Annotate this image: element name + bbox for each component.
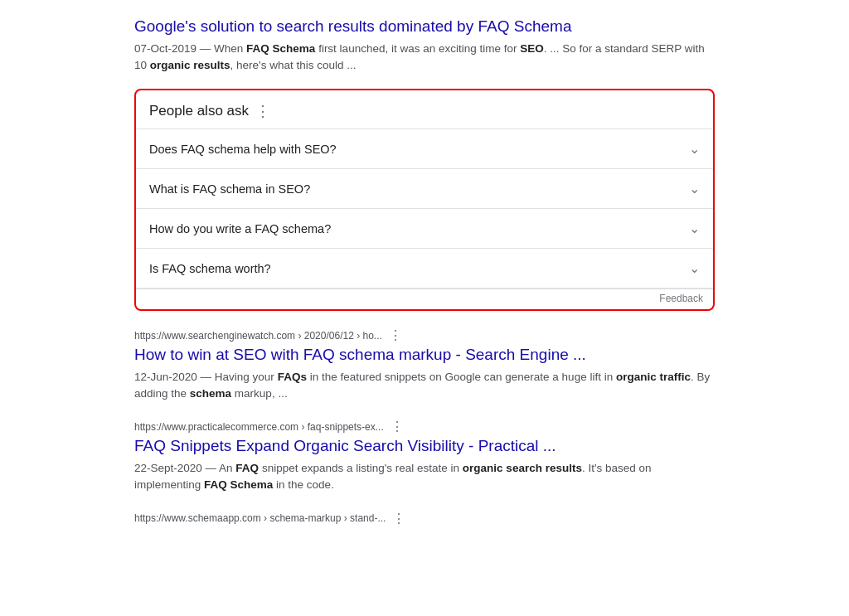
result-3-url: https://www.schemaapp.com › schema-marku… bbox=[134, 512, 386, 524]
top-result-snippet: 07-Oct-2019 — When FAQ Schema first laun… bbox=[134, 41, 715, 75]
result-1-date: 12-Jun-2020 bbox=[134, 371, 197, 383]
paa-chevron-2: ⌄ bbox=[689, 181, 700, 196]
people-also-ask-box: People also ask ⋮ Does FAQ schema help w… bbox=[134, 89, 715, 311]
top-result-title[interactable]: Google's solution to search results domi… bbox=[134, 17, 715, 37]
paa-question-item-4[interactable]: Is FAQ schema worth? ⌄ bbox=[136, 249, 713, 289]
paa-question-text-2: What is FAQ schema in SEO? bbox=[149, 182, 310, 196]
paa-menu-icon[interactable]: ⋮ bbox=[255, 102, 271, 120]
result-2-snippet: 22-Sept-2020 — An FAQ snippet expands a … bbox=[134, 460, 715, 494]
result-1-snippet: 12-Jun-2020 — Having your FAQs in the fe… bbox=[134, 369, 715, 403]
result-3-menu-icon[interactable]: ⋮ bbox=[392, 511, 405, 526]
top-result-date: 07-Oct-2019 bbox=[134, 42, 196, 55]
paa-chevron-1: ⌄ bbox=[689, 141, 700, 157]
paa-feedback-row: Feedback bbox=[136, 289, 713, 309]
paa-question-item-2[interactable]: What is FAQ schema in SEO? ⌄ bbox=[136, 169, 713, 209]
result-2-menu-icon[interactable]: ⋮ bbox=[391, 419, 404, 434]
result-2-url-row: https://www.practicalecommerce.com › faq… bbox=[134, 419, 715, 434]
paa-header: People also ask ⋮ bbox=[136, 90, 713, 129]
result-1-title[interactable]: How to win at SEO with FAQ schema markup… bbox=[134, 345, 715, 366]
result-2-date: 22-Sept-2020 bbox=[134, 462, 202, 474]
paa-question-text-3: How do you write a FAQ schema? bbox=[149, 222, 331, 235]
paa-heading: People also ask bbox=[149, 103, 249, 119]
paa-question-item-3[interactable]: How do you write a FAQ schema? ⌄ bbox=[136, 209, 713, 249]
result-2-url: https://www.practicalecommerce.com › faq… bbox=[134, 421, 384, 433]
search-result-3: https://www.schemaapp.com › schema-marku… bbox=[134, 511, 715, 526]
top-search-result: Google's solution to search results domi… bbox=[134, 17, 715, 74]
result-2-title[interactable]: FAQ Snippets Expand Organic Search Visib… bbox=[134, 436, 715, 457]
result-1-url: https://www.searchenginewatch.com › 2020… bbox=[134, 330, 382, 342]
paa-question-item-1[interactable]: Does FAQ schema help with SEO? ⌄ bbox=[136, 129, 713, 169]
paa-question-text-1: Does FAQ schema help with SEO? bbox=[149, 143, 337, 156]
paa-question-text-4: Is FAQ schema worth? bbox=[149, 262, 271, 275]
paa-chevron-4: ⌄ bbox=[689, 260, 700, 276]
search-result-2: https://www.practicalecommerce.com › faq… bbox=[134, 419, 715, 493]
paa-chevron-3: ⌄ bbox=[689, 221, 700, 236]
search-result-1: https://www.searchenginewatch.com › 2020… bbox=[134, 327, 715, 402]
result-1-url-row: https://www.searchenginewatch.com › 2020… bbox=[134, 327, 715, 343]
result-3-url-row: https://www.schemaapp.com › schema-marku… bbox=[134, 511, 715, 526]
result-1-menu-icon[interactable]: ⋮ bbox=[389, 327, 402, 343]
paa-feedback-button[interactable]: Feedback bbox=[659, 293, 703, 304]
